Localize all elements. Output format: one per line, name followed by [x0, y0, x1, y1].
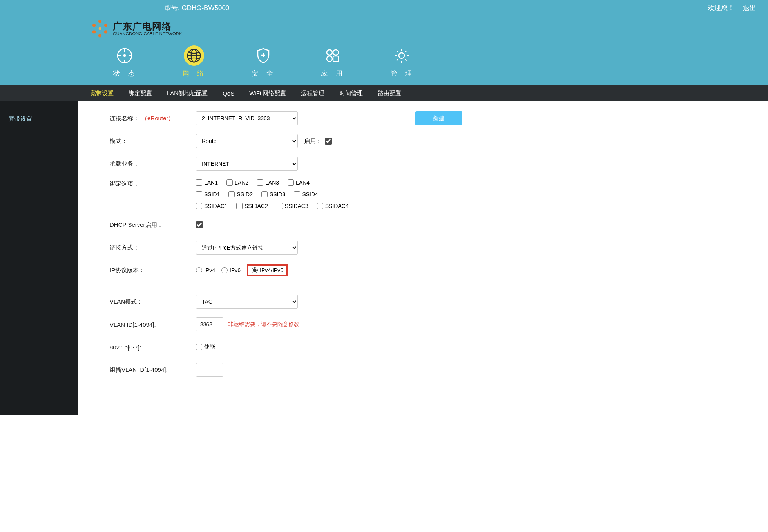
row-mcast-vlan: 组播VLAN ID[1-4094]:	[110, 363, 752, 377]
header-top-right: 欢迎您！ 退出	[708, 4, 756, 13]
nav-label: 安 全	[250, 69, 276, 78]
bind-checkbox-lan1[interactable]: LAN1	[196, 179, 218, 186]
subnav-wan[interactable]: 宽带设置	[90, 90, 114, 97]
label-service: 承载业务：	[110, 160, 196, 168]
radio-ipv6[interactable]: IPv6	[221, 267, 241, 273]
checkbox-dhcp[interactable]	[196, 221, 203, 228]
select-conn-name[interactable]: 2_INTERNET_R_VID_3363	[196, 111, 298, 125]
nav-label: 应 用	[319, 69, 346, 78]
row-service: 承载业务： INTERNET	[110, 157, 752, 171]
input-vlan-id[interactable]	[196, 317, 223, 331]
nav-network[interactable]: 网 络	[181, 45, 207, 78]
logo-icon	[90, 19, 110, 38]
bind-row: LAN1LAN2LAN3LAN4	[196, 179, 349, 186]
svg-point-18	[327, 50, 332, 55]
svg-point-12	[124, 55, 125, 56]
bind-checkbox-ssidac3[interactable]: SSIDAC3	[277, 203, 308, 209]
subnav-wifi[interactable]: WiFi 网络配置	[249, 90, 286, 97]
radio-ipv4[interactable]: IPv4	[196, 267, 215, 273]
nav-admin[interactable]: 管 理	[389, 45, 415, 78]
radio-ipv4ipv6[interactable]: IPv4/IPv6	[252, 267, 283, 273]
nav-label: 网 络	[181, 69, 207, 78]
label-8021p: 802.1p[0-7]:	[110, 344, 196, 351]
bind-checkbox-ssid1[interactable]: SSID1	[196, 191, 220, 197]
svg-point-6	[99, 27, 101, 30]
sidebar: 宽带设置	[0, 101, 78, 415]
model-label: 型号: GDHG-BW5000	[165, 4, 229, 13]
nav-security[interactable]: 安 全	[250, 45, 276, 78]
bind-checkbox-lan4[interactable]: LAN4	[288, 179, 310, 186]
logo-en: GUANGDONG CABLE NETWORK	[113, 31, 182, 36]
crosshair-icon	[114, 45, 135, 66]
subnav-route[interactable]: 路由配置	[378, 90, 401, 97]
row-8021p: 802.1p[0-7]: 使能	[110, 340, 752, 354]
select-vlan-mode[interactable]: TAG	[196, 295, 298, 309]
row-vlan-mode: VLAN模式： TAG	[110, 295, 752, 309]
subnav-qos[interactable]: QoS	[223, 90, 234, 97]
nav-status[interactable]: 状 态	[112, 45, 138, 78]
subnav-lan[interactable]: LAN侧地址配置	[167, 90, 208, 97]
row-conn-name: 连接名称：（eRouter） 2_INTERNET_R_VID_3363 新建	[110, 111, 752, 125]
nav-apps[interactable]: 应 用	[319, 45, 346, 78]
label-ip: IP协议版本：	[110, 267, 196, 274]
label-enable: 启用：	[304, 138, 322, 145]
header-top: 型号: GDHG-BW5000 欢迎您！ 退出	[0, 0, 768, 16]
select-service[interactable]: INTERNET	[196, 157, 298, 171]
label-bind: 绑定选项：	[110, 179, 196, 188]
svg-point-19	[333, 50, 339, 55]
subnav-bind[interactable]: 绑定配置	[129, 90, 152, 97]
subnav-time[interactable]: 时间管理	[339, 90, 363, 97]
bind-checkbox-ssidac4[interactable]: SSIDAC4	[317, 203, 349, 209]
row-link: 链接方式： 通过PPPoE方式建立链接	[110, 241, 752, 255]
label-vlan-mode: VLAN模式：	[110, 298, 196, 306]
bind-checkbox-ssid2[interactable]: SSID2	[228, 191, 252, 197]
main: 宽带设置 连接名称：（eRouter） 2_INTERNET_R_VID_336…	[0, 101, 768, 415]
label-vlan-id: VLAN ID[1-4094]:	[110, 321, 196, 328]
new-button[interactable]: 新建	[415, 111, 462, 125]
radio-group-ip: IPv4 IPv6 IPv4/IPv6	[196, 264, 288, 276]
row-bind: 绑定选项： LAN1LAN2LAN3LAN4 SSID1SSID2SSID3SS…	[110, 179, 752, 209]
bind-checkbox-ssid4[interactable]: SSID4	[294, 191, 318, 197]
bind-checkbox-lan2[interactable]: LAN2	[226, 179, 248, 186]
nav-label: 管 理	[389, 69, 415, 78]
select-link[interactable]: 通过PPPoE方式建立链接	[196, 241, 298, 255]
checkbox-8021p-enable[interactable]: 使能	[196, 344, 215, 351]
bind-checkbox-ssid3[interactable]: SSID3	[261, 191, 285, 197]
vlan-warning: 非运维需要，请不要随意修改	[228, 321, 299, 328]
logo-cn: 广东广电网络	[113, 21, 182, 31]
bind-checkbox-ssidac2[interactable]: SSIDAC2	[236, 203, 268, 209]
svg-point-4	[92, 30, 96, 33]
input-mcast-vlan[interactable]	[196, 363, 223, 377]
label-dhcp: DHCP Server启用：	[110, 221, 196, 229]
header-mid: 广东广电网络 GUANGDONG CABLE NETWORK 状 态 网 络 安…	[0, 16, 768, 85]
label-link: 链接方式：	[110, 244, 196, 252]
logout-link[interactable]: 退出	[743, 4, 756, 13]
bind-row: SSIDAC1SSIDAC2SSIDAC3SSIDAC4	[196, 203, 349, 209]
gear-icon	[391, 45, 412, 66]
sub-nav: 宽带设置 绑定配置 LAN侧地址配置 QoS WiFi 网络配置 远程管理 时间…	[0, 85, 768, 101]
select-mode[interactable]: Route	[196, 134, 298, 148]
svg-point-20	[327, 56, 332, 62]
svg-point-5	[92, 24, 96, 27]
svg-point-2	[104, 30, 107, 33]
bind-row: SSID1SSID2SSID3SSID4	[196, 191, 349, 197]
label-mode: 模式：	[110, 138, 196, 145]
bind-checkbox-lan3[interactable]: LAN3	[257, 179, 279, 186]
bind-checkbox-ssidac1[interactable]: SSIDAC1	[196, 203, 228, 209]
shield-icon	[253, 45, 274, 66]
nav-label: 状 态	[112, 69, 138, 78]
sidebar-item-wan[interactable]: 宽带设置	[0, 111, 78, 127]
svg-rect-21	[333, 56, 339, 62]
apps-icon	[322, 45, 343, 66]
row-ip: IP协议版本： IPv4 IPv6 IPv4/IPv6	[110, 263, 752, 277]
subnav-remote[interactable]: 远程管理	[301, 90, 324, 97]
svg-point-0	[98, 20, 101, 23]
checkbox-enable[interactable]	[325, 138, 332, 145]
welcome-link[interactable]: 欢迎您！	[708, 4, 734, 13]
logo: 广东广电网络 GUANGDONG CABLE NETWORK	[90, 19, 768, 38]
content: 连接名称：（eRouter） 2_INTERNET_R_VID_3363 新建 …	[78, 101, 768, 415]
bind-col: LAN1LAN2LAN3LAN4 SSID1SSID2SSID3SSID4 SS…	[196, 179, 349, 209]
main-nav: 状 态 网 络 安 全 应 用 管 理	[90, 38, 768, 85]
highlight-ipv4ipv6: IPv4/IPv6	[247, 264, 288, 276]
svg-point-22	[399, 53, 404, 58]
